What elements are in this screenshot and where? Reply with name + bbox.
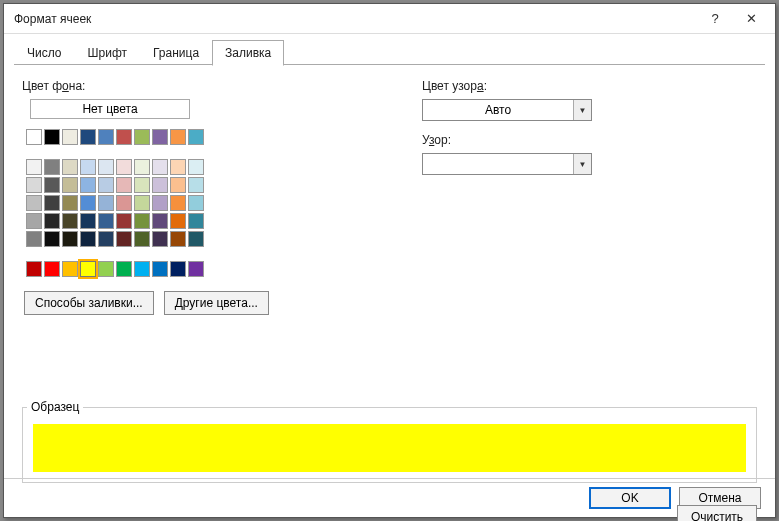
color-swatch[interactable]: [80, 159, 96, 175]
color-swatch[interactable]: [62, 129, 78, 145]
color-swatch[interactable]: [116, 213, 132, 229]
color-swatch[interactable]: [134, 195, 150, 211]
color-swatch[interactable]: [134, 213, 150, 229]
color-swatch[interactable]: [26, 231, 42, 247]
color-swatch[interactable]: [116, 159, 132, 175]
color-swatch[interactable]: [80, 129, 96, 145]
titlebar: Формат ячеек ? ✕: [4, 4, 775, 34]
color-swatch[interactable]: [26, 213, 42, 229]
color-swatch[interactable]: [98, 213, 114, 229]
color-swatch[interactable]: [116, 129, 132, 145]
color-swatch[interactable]: [98, 129, 114, 145]
color-swatch[interactable]: [188, 231, 204, 247]
help-button[interactable]: ?: [697, 5, 733, 33]
color-swatch[interactable]: [98, 261, 114, 277]
color-swatch[interactable]: [44, 213, 60, 229]
color-swatch[interactable]: [44, 231, 60, 247]
tab-fill[interactable]: Заливка: [212, 40, 284, 66]
color-swatch[interactable]: [80, 231, 96, 247]
color-swatch[interactable]: [26, 129, 42, 145]
color-swatch[interactable]: [134, 129, 150, 145]
color-swatch[interactable]: [44, 159, 60, 175]
fill-effects-button[interactable]: Способы заливки...: [24, 291, 154, 315]
tab-border[interactable]: Граница: [140, 40, 212, 65]
color-swatch[interactable]: [62, 231, 78, 247]
ok-button[interactable]: OK: [589, 487, 671, 509]
color-swatch[interactable]: [98, 231, 114, 247]
pattern-label: Узор:: [422, 133, 757, 147]
tab-font[interactable]: Шрифт: [75, 40, 140, 65]
pattern-color-label: Цвет узора:: [422, 79, 757, 93]
color-swatch[interactable]: [80, 195, 96, 211]
color-swatch[interactable]: [188, 213, 204, 229]
sample-label: Образец: [27, 400, 83, 414]
window-title: Формат ячеек: [14, 12, 697, 26]
color-swatch[interactable]: [80, 261, 96, 277]
fill-panel: Цвет фона: Нет цвета Способы заливки... …: [4, 65, 775, 478]
color-swatch[interactable]: [170, 177, 186, 193]
color-swatch[interactable]: [26, 261, 42, 277]
color-swatch[interactable]: [170, 195, 186, 211]
chevron-down-icon: ▼: [573, 100, 591, 120]
color-swatch[interactable]: [170, 159, 186, 175]
color-swatch[interactable]: [188, 129, 204, 145]
color-swatch[interactable]: [44, 195, 60, 211]
color-swatch[interactable]: [26, 195, 42, 211]
color-palette: [26, 129, 402, 277]
color-swatch[interactable]: [152, 213, 168, 229]
color-swatch[interactable]: [134, 159, 150, 175]
color-swatch[interactable]: [26, 159, 42, 175]
color-swatch[interactable]: [152, 231, 168, 247]
color-swatch[interactable]: [62, 261, 78, 277]
sample-preview: [33, 424, 746, 472]
color-swatch[interactable]: [116, 177, 132, 193]
tab-number[interactable]: Число: [14, 40, 75, 65]
color-swatch[interactable]: [116, 231, 132, 247]
close-button[interactable]: ✕: [733, 5, 769, 33]
format-cells-dialog: Формат ячеек ? ✕ Число Шрифт Граница Зал…: [3, 3, 776, 518]
color-swatch[interactable]: [116, 261, 132, 277]
sample-group: Образец: [22, 407, 757, 483]
color-swatch[interactable]: [188, 195, 204, 211]
color-swatch[interactable]: [170, 213, 186, 229]
color-swatch[interactable]: [62, 177, 78, 193]
color-swatch[interactable]: [170, 129, 186, 145]
color-swatch[interactable]: [170, 261, 186, 277]
color-swatch[interactable]: [26, 177, 42, 193]
dialog-footer: OK Отмена: [4, 478, 775, 517]
color-swatch[interactable]: [188, 159, 204, 175]
tab-strip: Число Шрифт Граница Заливка: [14, 40, 765, 65]
pattern-color-combo[interactable]: Авто ▼: [422, 99, 592, 121]
color-swatch[interactable]: [98, 177, 114, 193]
color-swatch[interactable]: [62, 195, 78, 211]
clear-button[interactable]: Очистить: [677, 505, 757, 521]
color-swatch[interactable]: [152, 159, 168, 175]
background-color-label: Цвет фона:: [22, 79, 402, 93]
color-swatch[interactable]: [134, 231, 150, 247]
pattern-combo[interactable]: ▼: [422, 153, 592, 175]
color-swatch[interactable]: [188, 177, 204, 193]
color-swatch[interactable]: [152, 195, 168, 211]
color-swatch[interactable]: [134, 177, 150, 193]
color-swatch[interactable]: [44, 129, 60, 145]
color-swatch[interactable]: [98, 195, 114, 211]
color-swatch[interactable]: [62, 159, 78, 175]
color-swatch[interactable]: [116, 195, 132, 211]
color-swatch[interactable]: [80, 177, 96, 193]
color-swatch[interactable]: [98, 159, 114, 175]
color-swatch[interactable]: [44, 261, 60, 277]
color-swatch[interactable]: [80, 213, 96, 229]
color-swatch[interactable]: [188, 261, 204, 277]
color-swatch[interactable]: [62, 213, 78, 229]
color-swatch[interactable]: [152, 129, 168, 145]
color-swatch[interactable]: [152, 177, 168, 193]
chevron-down-icon: ▼: [573, 154, 591, 174]
color-swatch[interactable]: [170, 231, 186, 247]
color-swatch[interactable]: [134, 261, 150, 277]
color-swatch[interactable]: [44, 177, 60, 193]
no-color-button[interactable]: Нет цвета: [30, 99, 190, 119]
pattern-color-value: Авто: [423, 103, 573, 117]
more-colors-button[interactable]: Другие цвета...: [164, 291, 269, 315]
color-swatch[interactable]: [152, 261, 168, 277]
